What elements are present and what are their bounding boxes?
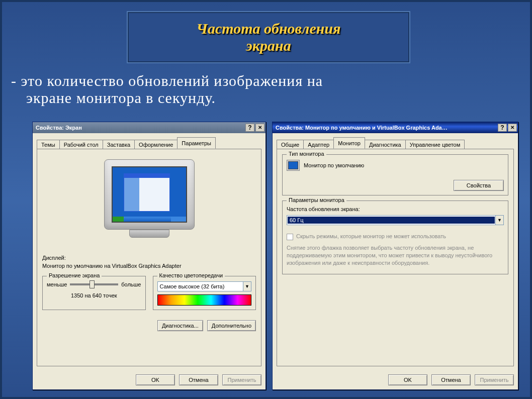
window-title: Свойства: Экран (36, 125, 245, 131)
tabstrip: Общие Адаптер Монитор Диагностика Управл… (273, 133, 518, 149)
chevron-down-icon: ▼ (495, 216, 503, 225)
dialog-buttons: OK Отмена Применить (273, 370, 518, 389)
slide-title-line1: Частота обновления (196, 20, 340, 37)
refresh-rate-dropdown[interactable]: 60 Гц ▼ (287, 215, 504, 225)
tab-themes[interactable]: Темы (37, 140, 60, 149)
hide-modes-hint: Снятие этого флажка позволяет выбрать ча… (287, 244, 504, 267)
apply-button[interactable]: Применить (222, 374, 261, 385)
apply-button[interactable]: Применить (475, 374, 514, 385)
resolution-slider[interactable] (70, 283, 118, 285)
tab-troubleshoot[interactable]: Диагностика (365, 140, 406, 149)
help-button[interactable] (498, 124, 507, 132)
hide-modes-checkbox[interactable]: Скрыть режимы, которые монитор не может … (287, 233, 504, 240)
definition-line1: - это количество обновлений изображения … (11, 72, 323, 89)
color-quality-dropdown[interactable]: Самое высокое (32 бита) ▼ (157, 281, 252, 291)
color-quality-value: Самое высокое (32 бита) (158, 283, 243, 289)
tab-color-management[interactable]: Управление цветом (405, 140, 465, 149)
cancel-button[interactable]: Отмена (431, 374, 471, 385)
tab-body: Дисплей: Монитор по умолчанию на Virtual… (37, 149, 261, 366)
tab-screensaver[interactable]: Заставка (103, 140, 135, 149)
res-less-label: меньше (47, 281, 67, 287)
monitor-settings-group: Параметры монитора Частота обновления эк… (282, 201, 508, 274)
display-value: Монитор по умолчанию на VirtualBox Graph… (42, 263, 256, 269)
monitor-type-group: Тип монитора Монитор по умолчанию Свойст… (282, 154, 508, 195)
tabstrip: Темы Рабочий стол Заставка Оформление Па… (33, 133, 265, 149)
tab-settings[interactable]: Параметры (177, 137, 216, 149)
tab-desktop[interactable]: Рабочий стол (59, 140, 103, 149)
checkbox-box (287, 234, 293, 240)
ok-button[interactable]: OK (136, 374, 175, 385)
close-button[interactable] (508, 124, 517, 132)
help-button[interactable] (245, 124, 254, 132)
display-properties-window: Свойства: Экран Темы Рабочий стол Застав… (32, 122, 266, 390)
display-label: Дисплей: (42, 255, 256, 261)
slide-title: Частота обновления экрана (128, 12, 409, 62)
monitor-type-legend: Тип монитора (287, 151, 326, 157)
color-quality-group: Качество цветопередачи Самое высокое (32… (153, 276, 256, 310)
monitor-settings-legend: Параметры монитора (287, 197, 346, 203)
tab-general[interactable]: Общие (277, 140, 304, 149)
chevron-down-icon: ▼ (243, 282, 251, 291)
monitor-properties-button[interactable]: Свойства (454, 180, 504, 191)
window-title: Свойства: Монитор по умолчанию и Virtual… (276, 125, 498, 131)
res-more-label: больше (121, 281, 141, 287)
refresh-rate-value: 60 Гц (288, 217, 495, 224)
tab-appearance[interactable]: Оформление (134, 140, 178, 149)
troubleshoot-button[interactable]: Диагностика... (157, 320, 203, 331)
close-button[interactable] (255, 124, 264, 132)
titlebar[interactable]: Свойства: Экран (33, 122, 265, 133)
dialog-buttons: OK Отмена Применить (33, 370, 265, 389)
ok-button[interactable]: OK (388, 374, 427, 385)
slide-title-line2: экрана (246, 37, 291, 54)
hide-modes-label: Скрыть режимы, которые монитор не может … (296, 233, 446, 239)
definition-line2: экране монитора в секунду. (11, 89, 514, 107)
slide-definition: - это количество обновлений изображения … (11, 72, 514, 107)
tab-body: Тип монитора Монитор по умолчанию Свойст… (277, 149, 514, 366)
titlebar[interactable]: Свойства: Монитор по умолчанию и Virtual… (273, 122, 518, 133)
color-spectrum (157, 294, 252, 306)
resolution-legend: Разрешение экрана (47, 272, 102, 278)
monitor-type-value: Монитор по умолчанию (304, 162, 364, 168)
monitor-properties-window: Свойства: Монитор по умолчанию и Virtual… (272, 122, 518, 390)
refresh-rate-label: Частота обновления экрана: (287, 206, 504, 212)
tab-monitor[interactable]: Монитор (333, 137, 365, 149)
monitor-illustration (99, 159, 200, 245)
advanced-button[interactable]: Дополнительно (207, 320, 256, 331)
cancel-button[interactable]: Отмена (179, 374, 218, 385)
resolution-value: 1350 на 640 точек (47, 292, 141, 298)
tab-adapter[interactable]: Адаптер (303, 140, 334, 149)
resolution-group: Разрешение экрана меньше больше 1350 на … (42, 276, 146, 310)
monitor-icon (287, 160, 300, 171)
color-quality-legend: Качество цветопередачи (157, 272, 225, 278)
